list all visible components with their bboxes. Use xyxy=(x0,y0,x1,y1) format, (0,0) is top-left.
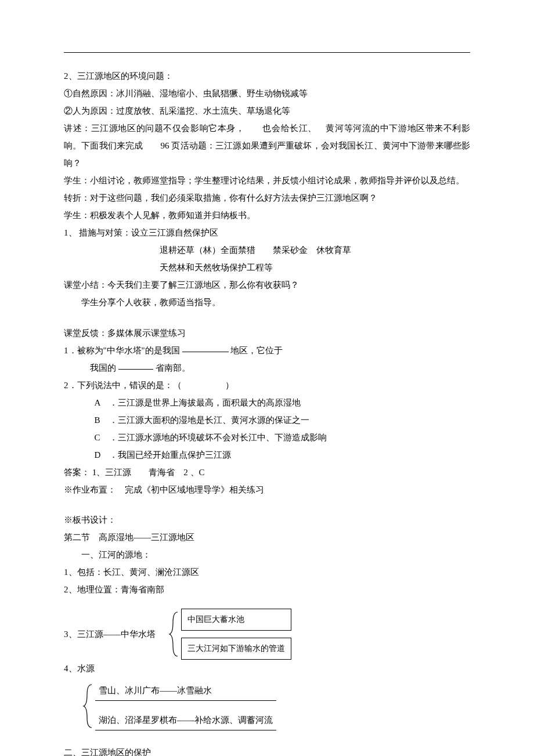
q1-part-a: 1．被称为"中华水塔"的是我国 xyxy=(64,346,180,355)
q1-part-c: 我国的 xyxy=(90,363,116,372)
option-d: D ．我国已经开始重点保护三江源 xyxy=(64,446,470,464)
answers: 答案： 1、三江源 青海省 2 、C xyxy=(64,464,470,481)
curly-brace-icon xyxy=(81,683,95,729)
measure-line2: 天然林和天然牧场保护工程等 xyxy=(64,259,470,276)
section-2-heading: 二、三江源地区的保护 xyxy=(64,744,470,757)
brace-items-1: 中国巨大蓄水池 三大江河如下游输水的管道 xyxy=(181,609,291,660)
section-title: 第二节 高原湿地——三江源地区 xyxy=(64,529,470,546)
water-source-brace: 雪山、冰川广布——冰雪融水 湖泊、沼泽星罗棋布——补给水源、调蓄河流 xyxy=(64,682,470,730)
student-opinion: 学生：积极发表个人见解，教师知道并归纳板书。 xyxy=(64,207,470,224)
measures-heading: 1、 措施与对策：设立三江源自然保护区 xyxy=(64,224,470,241)
brace-items-2: 雪山、冰川广布——冰雪融水 湖泊、沼泽星罗棋布——补给水源、调蓄河流 xyxy=(95,682,276,730)
subsection-1: 一、江河的源地： xyxy=(64,546,470,563)
horizontal-rule xyxy=(64,52,470,53)
q1-part-d: 省南部。 xyxy=(156,363,190,372)
human-cause: ②人为原因：过度放牧、乱采滥挖、水土流失、草场退化等 xyxy=(64,102,470,120)
question-1: 1．被称为"中华水塔"的是我国 地区，它位于 xyxy=(64,342,470,359)
transition-text: 转折：对于这些问题，我们必须采取措施，你有什么好方法去保护三江源地区啊？ xyxy=(64,189,470,207)
box-reservoir: 中国巨大蓄水池 xyxy=(181,609,291,631)
blank-1 xyxy=(182,342,229,352)
feedback-heading: 课堂反馈：多媒体展示课堂练习 xyxy=(64,324,470,342)
class-summary: 课堂小结：今天我们主要了解三江源地区，那么你有收获吗？ xyxy=(64,276,470,294)
q1-part-b: 地区，它位于 xyxy=(230,346,283,355)
question-1-line2: 我国的 省南部。 xyxy=(64,359,470,377)
student-discussion: 学生：小组讨论，教师巡堂指导；学生整理讨论结果，并反馈小组讨论成果，教师指导并评… xyxy=(64,172,470,189)
water-source-heading: 4、水源 xyxy=(64,660,470,677)
option-c: C ．三江源水源地的环境破坏不会对长江中、下游造成影响 xyxy=(64,429,470,446)
location: 2、地理位置：青海省南部 xyxy=(64,581,470,598)
source-snow: 雪山、冰川广布——冰雪融水 xyxy=(95,682,276,701)
measure-line1: 退耕还草（林）全面禁猎 禁采砂金 休牧育草 xyxy=(64,241,470,259)
includes: 1、包括：长江、黄河、澜沧江源区 xyxy=(64,563,470,581)
natural-cause: ①自然原因：冰川消融、湿地缩小、虫鼠猖獗、野生动物锐减等 xyxy=(64,85,470,102)
water-tower-row: 3、三江源——中华水塔 中国巨大蓄水池 三大江河如下游输水的管道 xyxy=(64,609,470,660)
water-tower-label: 3、三江源——中华水塔 xyxy=(64,625,167,643)
option-a: A ．三江源是世界上海拔最高，面积最大的高原湿地 xyxy=(64,394,470,411)
blank-2 xyxy=(118,359,153,370)
curly-brace-icon xyxy=(167,611,181,657)
option-b: B ．三江源大面积的湿地是长江、黄河水源的保证之一 xyxy=(64,411,470,429)
env-problem-heading: 2、三江源地区的环境问题： xyxy=(64,67,470,85)
board-design-heading: ※板书设计： xyxy=(64,511,470,529)
homework: ※作业布置： 完成《初中区域地理导学》相关练习 xyxy=(64,481,470,498)
student-share: 学生分享个人收获，教师适当指导。 xyxy=(64,294,470,311)
question-2: 2．下列说法中，错误的是：（ ） xyxy=(64,377,470,394)
lecture-text: 讲述：三江源地区的问题不仅会影响它本身， 也会给长江、 黄河等河流的中下游地区带… xyxy=(64,120,470,172)
source-lake: 湖泊、沼泽星罗棋布——补给水源、调蓄河流 xyxy=(95,711,276,730)
box-pipeline: 三大江河如下游输水的管道 xyxy=(181,638,291,660)
